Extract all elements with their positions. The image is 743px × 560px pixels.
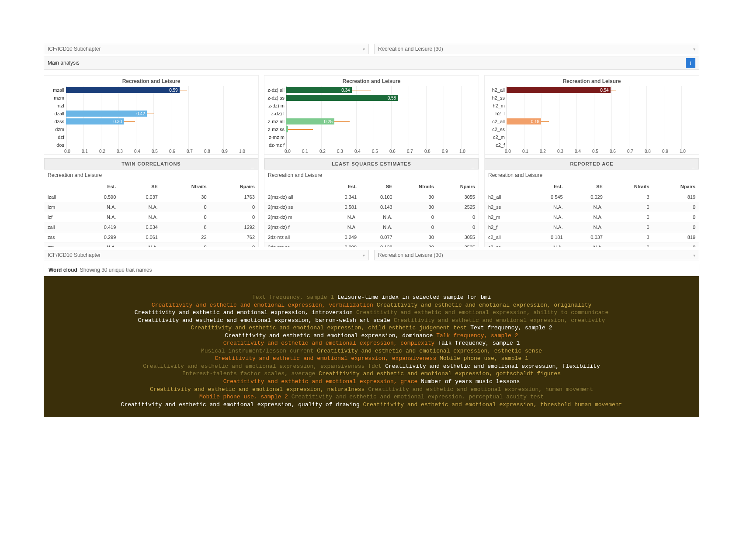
table-row: izall0.5900.037301763	[44, 192, 258, 202]
x-tick: 0.3	[557, 149, 575, 154]
wordcloud-word: Mobile phone use, sample 2	[199, 394, 288, 400]
chart-ace: Recreation and Leisureh2_allh2_ssh2_mh2_…	[484, 75, 699, 154]
y-tick: h2_m	[485, 102, 505, 110]
col-header	[485, 181, 526, 192]
col-header: Npairs	[210, 181, 258, 192]
x-tick: 0.3	[337, 149, 354, 154]
wordcloud-word: Creatitivity and esthetic and emotional …	[377, 302, 591, 308]
x-tick: 0.0	[505, 149, 522, 154]
dropdown-subchapter-2[interactable]: ICF/ICD10 Subchapter ▾	[44, 250, 369, 260]
bar-row	[507, 133, 699, 141]
col-header: Ntraits	[396, 181, 437, 192]
wordcloud-word: Text frequency, sample 1	[252, 294, 334, 301]
x-tick: 0.1	[82, 149, 99, 154]
x-tick: 0.5	[152, 149, 169, 154]
x-tick: 0.9	[222, 149, 239, 154]
bar-row	[66, 94, 258, 102]
x-tick: 0.7	[407, 149, 424, 154]
table-row: h2_mN.A.N.A.00	[485, 212, 699, 222]
bar-row	[286, 102, 479, 110]
bar: 0.18	[507, 118, 541, 124]
bar-row	[286, 141, 479, 149]
bar-row	[66, 102, 258, 110]
table-twin-subtitle: Recreation and Leisure	[44, 169, 258, 181]
x-tick: 0.5	[372, 149, 389, 154]
y-tick: c2_ss	[485, 125, 505, 133]
bar-row	[507, 141, 699, 149]
chart-title: Recreation and Leisure	[264, 76, 479, 86]
wordcloud-word: Creatitivity and esthetic and emotional …	[319, 370, 561, 377]
table-twin[interactable]: Est.SENtraitsNpairsizall0.5900.037301763…	[44, 181, 258, 247]
x-tick: 0.4	[575, 149, 592, 154]
x-tick: 0.0	[64, 149, 82, 154]
table-ace-subtitle: Recreation and Leisure	[485, 169, 699, 181]
wordcloud-word: Number of years music lessons	[421, 378, 520, 385]
table-ls-panel: LEAST SQUARES ESTIMATES_ Recreation and …	[264, 154, 479, 247]
wordcloud-header: Word cloud Showing 30 unique trait names	[44, 264, 699, 276]
col-header: Est.	[526, 181, 566, 192]
bar-row: 0.58	[286, 94, 479, 102]
filter-bar: ICF/ICD10 Subchapter ▾ Recreation and Le…	[44, 44, 699, 54]
x-tick: 0.9	[442, 149, 459, 154]
wordcloud-word: Creatitivity and esthetic and emotional …	[317, 348, 542, 354]
table-row: 2dz-mz ss0.0080.128302525	[264, 242, 479, 247]
tables-row: TWIN CORRELATIONS_ Recreation and Leisur…	[44, 154, 699, 247]
y-tick: z-mz ss	[264, 125, 285, 133]
y-tick: mzf	[44, 102, 64, 110]
x-tick: 0.8	[424, 149, 442, 154]
bar: 0.30	[66, 118, 124, 124]
wordcloud-word: Creatitivity and esthetic and emotional …	[138, 317, 390, 324]
dropdown-subchapter[interactable]: ICF/ICD10 Subchapter ▾	[44, 44, 369, 54]
y-tick: dzss	[44, 118, 64, 125]
table-row: 2(mz-dz) mN.A.N.A.00	[264, 212, 479, 222]
wordcloud: Text frequency, sample 1 Leisure-time in…	[44, 276, 699, 417]
wordcloud-word: Creatitivity and esthetic and emotional …	[150, 386, 365, 393]
y-tick: z-dz) all	[264, 86, 285, 94]
table-ace[interactable]: Est.SENtraitsNpairsh2_all0.5450.0293819h…	[485, 181, 699, 247]
y-tick: mzall	[44, 86, 64, 94]
table-row: zss0.2990.06122762	[44, 232, 258, 242]
chevron-down-icon: ▾	[363, 47, 365, 52]
table-row: izmN.A.N.A.00	[44, 202, 258, 212]
table-row: zall0.4190.03481292	[44, 222, 258, 232]
y-tick: dzall	[44, 110, 64, 118]
col-header: SE	[119, 181, 161, 192]
x-tick: 0.7	[187, 149, 204, 154]
wordcloud-word: Creatitivity and esthetic and emotional …	[363, 401, 622, 408]
info-button[interactable]: i	[686, 58, 695, 68]
x-tick: 0.2	[319, 149, 337, 154]
wordcloud-word: Talk frequency, sample 1	[438, 340, 520, 346]
col-header	[44, 181, 78, 192]
y-tick: c2_m	[485, 133, 505, 141]
x-tick: 0.6	[610, 149, 627, 154]
bar-row: 0.34	[286, 86, 479, 94]
dropdown-trait-2[interactable]: Recreation and Leisure (30) ▾	[374, 250, 699, 260]
y-tick: z-mz m	[264, 133, 285, 141]
y-tick: h2_f	[485, 110, 505, 118]
bar-row	[66, 133, 258, 141]
y-tick: h2_all	[485, 86, 505, 94]
bar-row	[507, 110, 699, 118]
bar-row: 0.54	[507, 86, 699, 94]
wordcloud-word: Creatitivity and esthetic and emotional …	[143, 363, 382, 370]
x-tick: 0.1	[302, 149, 319, 154]
x-tick: 0.2	[99, 149, 117, 154]
x-tick: 1.0	[459, 149, 477, 154]
bar: 0.42	[66, 111, 147, 117]
table-ls[interactable]: Est.SENtraitsNpairs2(mz-dz) all0.3410.10…	[264, 181, 479, 247]
table-row: h2_all0.5450.0293819	[485, 192, 699, 202]
table-row: 2(mz-dz) all0.3410.100303055	[264, 192, 479, 202]
x-tick: 0.5	[592, 149, 610, 154]
wordcloud-subtitle: Showing 30 unique trait names	[80, 267, 152, 273]
table-row: h2_ssN.A.N.A.00	[485, 202, 699, 212]
bar-row	[286, 125, 479, 133]
y-tick: mzm	[44, 94, 64, 102]
table-twin-panel: TWIN CORRELATIONS_ Recreation and Leisur…	[44, 154, 259, 247]
chart-title: Recreation and Leisure	[485, 76, 699, 86]
table-twin-title: TWIN CORRELATIONS_	[44, 158, 258, 169]
bar: 0.25	[286, 118, 334, 124]
x-tick: 0.4	[354, 149, 372, 154]
y-tick: z-dz) ss	[264, 94, 285, 102]
col-header: Est.	[78, 181, 120, 192]
dropdown-trait[interactable]: Recreation and Leisure (30) ▾	[374, 44, 699, 54]
